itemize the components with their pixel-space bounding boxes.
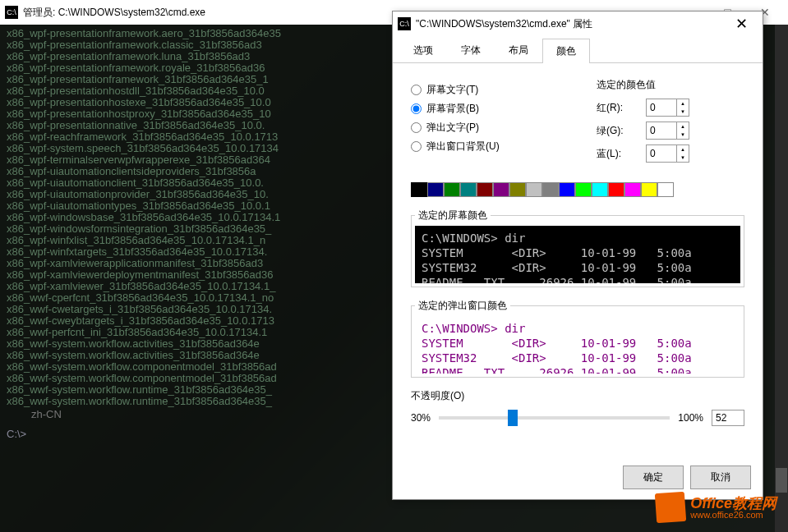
ok-button[interactable]: 确定: [623, 466, 684, 489]
color-swatch[interactable]: [575, 182, 592, 197]
screen-preview-group: 选定的屏幕颜色 C:\WINDOWS> dir SYSTEM <DIR> 10-…: [411, 209, 744, 287]
screen-preview-label: 选定的屏幕颜色: [415, 209, 491, 222]
tab-bar: 选项字体布局颜色: [393, 38, 763, 63]
properties-dialog: C:\ "C:\WINDOWS\system32\cmd.exe" 属性 ✕ 选…: [392, 11, 763, 500]
red-down[interactable]: ▼: [677, 108, 689, 116]
green-label: 绿(G):: [597, 124, 646, 138]
opacity-max: 100%: [678, 412, 703, 424]
scroll-thumb[interactable]: [776, 468, 787, 493]
red-input[interactable]: [647, 100, 676, 115]
green-input[interactable]: [647, 123, 676, 138]
target-radio-group: 屏幕文字(T) 屏幕背景(B) 弹出文字(P) 弹出窗口背景(U): [411, 78, 577, 167]
color-swatch[interactable]: [427, 182, 444, 197]
scrollbar-vertical[interactable]: [775, 25, 788, 532]
cancel-button[interactable]: 取消: [690, 466, 751, 489]
office-logo-icon: [655, 492, 686, 523]
tab-布局[interactable]: 布局: [495, 38, 542, 62]
screen-preview: C:\WINDOWS> dir SYSTEM <DIR> 10-01-99 5:…: [415, 226, 740, 283]
popup-preview-group: 选定的弹出窗口颜色 C:\WINDOWS> dir SYSTEM <DIR> 1…: [411, 299, 744, 378]
popup-preview: C:\WINDOWS> dir SYSTEM <DIR> 10-01-99 5:…: [415, 316, 740, 374]
green-down[interactable]: ▼: [677, 131, 689, 139]
color-swatch[interactable]: [592, 182, 608, 197]
watermark-url: www.office26.com: [690, 511, 776, 520]
tab-颜色[interactable]: 颜色: [542, 39, 590, 63]
color-swatch[interactable]: [460, 182, 477, 197]
color-swatch[interactable]: [444, 182, 460, 197]
close-button[interactable]: ✕: [725, 12, 758, 35]
opacity-label: 不透明度(O): [411, 389, 744, 403]
tab-选项[interactable]: 选项: [399, 38, 447, 62]
cmd-icon: C:\: [5, 6, 18, 19]
color-swatch[interactable]: [493, 182, 509, 197]
opacity-thumb[interactable]: [508, 410, 518, 426]
opacity-min: 30%: [411, 412, 431, 424]
popup-preview-label: 选定的弹出窗口颜色: [415, 299, 510, 313]
color-swatch[interactable]: [477, 182, 493, 197]
blue-label: 蓝(L):: [597, 147, 646, 161]
properties-body: 屏幕文字(T) 屏幕背景(B) 弹出文字(P) 弹出窗口背景(U) 选定的颜色值…: [393, 63, 763, 441]
screen-text-radio[interactable]: [411, 85, 422, 95]
color-swatch[interactable]: [641, 182, 657, 197]
color-swatch[interactable]: [624, 182, 641, 197]
popup-bg-radio[interactable]: [411, 141, 422, 152]
color-swatch[interactable]: [559, 182, 575, 197]
color-values-label: 选定的颜色值: [597, 78, 744, 92]
blue-up[interactable]: ▲: [677, 145, 689, 154]
watermark: Office教程网 www.office26.com: [656, 493, 776, 522]
color-palette: [411, 182, 744, 197]
color-swatch[interactable]: [526, 182, 542, 197]
tab-字体[interactable]: 字体: [447, 38, 495, 62]
properties-title: "C:\WINDOWS\system32\cmd.exe" 属性: [416, 17, 592, 31]
popup-text-radio[interactable]: [411, 122, 422, 133]
color-swatch[interactable]: [509, 182, 526, 197]
popup-bg-label: 弹出窗口背景(U): [426, 140, 500, 154]
screen-bg-label: 屏幕背景(B): [426, 102, 479, 116]
green-up[interactable]: ▲: [677, 122, 689, 131]
blue-input[interactable]: [647, 146, 676, 161]
watermark-title: Office教程网: [690, 496, 776, 511]
screen-text-label: 屏幕文字(T): [426, 83, 478, 97]
opacity-input[interactable]: [712, 410, 744, 426]
color-swatch[interactable]: [542, 182, 559, 197]
properties-titlebar[interactable]: C:\ "C:\WINDOWS\system32\cmd.exe" 属性 ✕: [393, 11, 763, 36]
cmd-icon: C:\: [398, 17, 411, 30]
opacity-slider[interactable]: [439, 416, 670, 420]
screen-bg-radio[interactable]: [411, 103, 422, 114]
color-swatch[interactable]: [657, 182, 674, 197]
red-up[interactable]: ▲: [677, 99, 689, 108]
color-swatch[interactable]: [411, 182, 427, 197]
color-values-group: 选定的颜色值 红(R):▲▼ 绿(G):▲▼ 蓝(L):▲▼: [597, 78, 744, 167]
popup-text-label: 弹出文字(P): [426, 121, 479, 135]
color-swatch[interactable]: [608, 182, 624, 197]
blue-down[interactable]: ▼: [677, 154, 689, 162]
red-label: 红(R):: [597, 101, 646, 115]
